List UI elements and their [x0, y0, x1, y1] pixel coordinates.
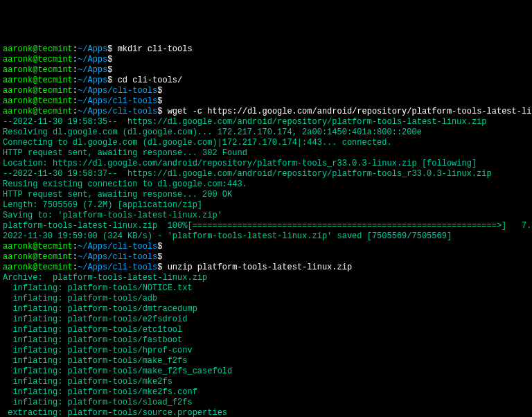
terminal-output[interactable]: aaronk@tecmint:~/Apps$ mkdir cli-toolsaa… — [3, 44, 529, 417]
